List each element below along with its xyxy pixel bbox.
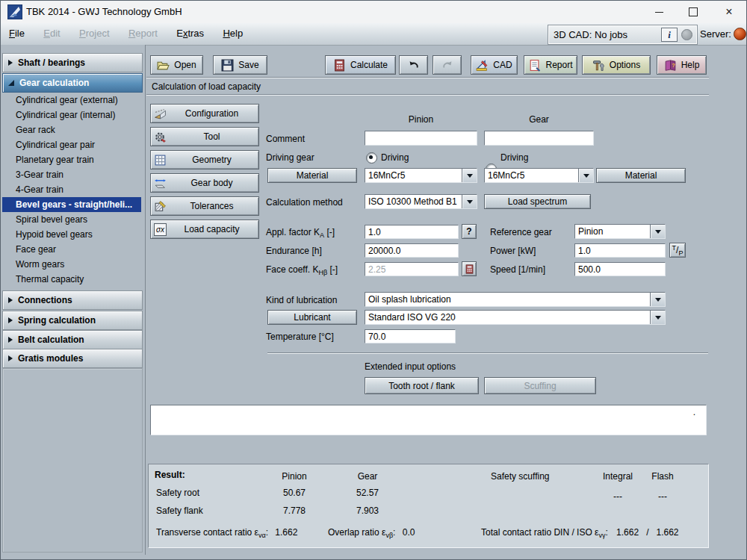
configuration-button[interactable]: Configuration <box>150 104 259 123</box>
chevron-down-icon[interactable] <box>650 293 665 306</box>
tooth-root-flank-button[interactable]: Tooth root / flank <box>365 377 479 394</box>
comment-gear-input[interactable] <box>484 131 594 146</box>
temperature-input[interactable] <box>365 329 456 343</box>
sidebar-item-spiral-bevel[interactable]: Spiral bevel gears <box>2 212 141 227</box>
sidebar-item-gear-rack[interactable]: Gear rack <box>2 122 141 137</box>
save-button[interactable]: Save <box>213 55 267 75</box>
sidebar-item-cylindrical-pair[interactable]: Cylindrical gear pair <box>2 137 141 152</box>
column-header-pinion: Pinion <box>365 114 477 125</box>
section-title: Calculation of load capacity <box>152 81 261 92</box>
comment-label: Comment <box>266 134 305 144</box>
chevron-down-icon[interactable] <box>462 195 477 208</box>
sidebar-item-cylindrical-internal[interactable]: Cylindrical gear (internal) <box>2 108 141 122</box>
calculation-method-select[interactable]: ISO 10300 Method B1 <box>365 194 477 209</box>
speed-label: Speed [1/min] <box>490 264 545 275</box>
sidebar-group-shaft-bearings[interactable]: Shaft / bearings <box>2 53 143 72</box>
cad-status-text: 3D CAD: No jobs <box>554 29 661 40</box>
material-pinion-button[interactable]: Material <box>267 168 357 183</box>
cad-status-box: 3D CAD: No jobs i <box>548 25 697 44</box>
speed-input[interactable] <box>574 262 666 276</box>
sidebar-item-3-gear-train[interactable]: 3-Gear train <box>2 167 141 182</box>
maximize-button[interactable] <box>676 1 710 23</box>
comment-pinion-input[interactable] <box>365 131 477 146</box>
question-icon: ? <box>466 226 471 237</box>
extended-options-label: Extended input options <box>365 361 456 372</box>
results-col-integral: Integral <box>599 471 636 482</box>
help-button[interactable]: ? Help <box>657 55 707 75</box>
material-gear-button[interactable]: Material <box>596 168 686 183</box>
gear-body-button[interactable]: Gear body <box>150 173 259 193</box>
endurance-input[interactable] <box>365 243 459 258</box>
total-ratio: Total contact ratio DIN / ISO εvγ: 1.662… <box>481 527 679 539</box>
chevron-expanded-icon <box>8 80 14 86</box>
chevron-down-icon[interactable] <box>462 169 477 182</box>
minimize-button[interactable] <box>642 1 676 23</box>
sidebar-item-cylindrical-external[interactable]: Cylindrical gear (external) <box>2 93 141 108</box>
chevron-down-icon[interactable] <box>578 169 593 182</box>
info-button[interactable]: i <box>661 28 678 42</box>
sidebar-group-connections[interactable]: Connections <box>2 290 143 310</box>
reference-gear-select[interactable]: Pinion <box>574 224 666 239</box>
cad-button[interactable]: CAD <box>471 55 518 75</box>
sidebar-item-bevel-gears[interactable]: Bevel gears - straight/heli... <box>2 197 141 212</box>
tolerances-button[interactable]: Tolerances <box>150 196 259 216</box>
overlap-ratio: Overlap ratio εvβ: 0.0 <box>328 527 415 539</box>
menu-project: Project <box>71 23 117 44</box>
sidebar-empty-panel <box>2 368 143 553</box>
chevron-down-icon[interactable] <box>650 311 665 324</box>
load-capacity-button[interactable]: σx Load capacity <box>150 220 259 239</box>
sidebar-group-spring-calculation[interactable]: Spring calculation <box>2 311 143 330</box>
redo-button <box>433 55 462 75</box>
driving-pinion-radio[interactable] <box>366 152 377 164</box>
appl-factor-help-button[interactable]: ? <box>462 224 477 239</box>
sidebar-group-gear-calculation[interactable]: Gear calculation <box>2 73 143 93</box>
redo-icon-disabled <box>441 59 453 71</box>
endurance-label: Endurance [h] <box>266 246 322 256</box>
chevron-down-icon[interactable] <box>650 225 665 238</box>
power-label: Power [kW] <box>490 246 536 256</box>
appl-factor-input[interactable] <box>365 225 459 239</box>
torque-power-toggle-button[interactable]: T/P <box>669 243 686 258</box>
divider <box>267 352 708 354</box>
material-pinion-select[interactable]: 16MnCr5 <box>365 168 477 183</box>
chevron-right-icon <box>8 297 13 303</box>
close-button[interactable]: × <box>712 1 746 23</box>
sidebar-group-belt-calculation[interactable]: Belt calculation <box>2 330 143 349</box>
lubrication-select[interactable]: Oil splash lubrication <box>365 292 666 307</box>
svg-text:?: ? <box>672 62 675 69</box>
sidebar-item-worm-gears[interactable]: Worm gears <box>2 257 141 272</box>
geometry-button[interactable]: Geometry <box>150 150 259 169</box>
chevron-right-icon <box>8 60 13 66</box>
report-button[interactable]: Report <box>524 55 577 75</box>
geometry-grid-icon <box>154 154 167 167</box>
sidebar-item-4-gear-train[interactable]: 4-Gear train <box>2 182 141 197</box>
sigma-icon: σx <box>154 223 167 236</box>
calculate-button[interactable]: Calculate <box>325 55 396 75</box>
divider <box>146 94 709 96</box>
scuffing-flash-value: --- <box>648 491 678 502</box>
power-input[interactable] <box>574 243 666 258</box>
menu-extras[interactable]: Extras <box>168 23 212 44</box>
tools-icon <box>592 59 605 72</box>
face-coeff-calc-button[interactable] <box>462 261 477 276</box>
close-icon: × <box>725 5 732 19</box>
material-gear-select[interactable]: 16MnCr5 <box>484 168 594 183</box>
sidebar-group-gratis-modules[interactable]: Gratis modules <box>2 349 143 368</box>
lubricant-select[interactable]: Standard ISO VG 220 <box>365 310 666 325</box>
menu-file[interactable]: File <box>1 23 33 44</box>
undo-button[interactable] <box>399 55 428 75</box>
results-col-pinion: Pinion <box>272 471 317 482</box>
configuration-icon <box>154 108 167 120</box>
menu-help[interactable]: Help <box>214 23 251 44</box>
tool-button[interactable]: Tool <box>150 127 259 146</box>
sidebar-item-hypoid-bevel[interactable]: Hypoid bevel gears <box>2 227 141 242</box>
sidebar: Shaft / bearings Gear calculation Cylind… <box>1 45 146 555</box>
open-button[interactable]: Open <box>150 55 203 75</box>
sidebar-item-face-gear[interactable]: Face gear <box>2 242 141 257</box>
sidebar-item-thermal-capacity[interactable]: Thermal capacity <box>2 272 141 287</box>
load-spectrum-button[interactable]: Load spectrum <box>484 194 591 209</box>
options-button[interactable]: Options <box>582 55 651 75</box>
lubricant-button[interactable]: Lubricant <box>267 310 357 325</box>
cad-drafting-icon <box>476 59 489 72</box>
sidebar-item-planetary-train[interactable]: Planetary gear train <box>2 152 141 167</box>
